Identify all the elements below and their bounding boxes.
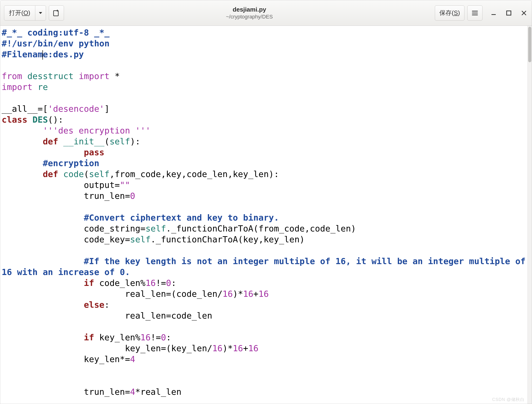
window-controls xyxy=(490,9,528,17)
headerbar-title-area: desjiami.py ~/cryptography/DES xyxy=(67,6,432,20)
chevron-down-icon[interactable] xyxy=(35,6,46,20)
scroll-thumb[interactable] xyxy=(528,27,531,62)
headerbar-left: 打开(O) xyxy=(4,6,64,21)
maximize-icon xyxy=(506,10,512,16)
hamburger-icon xyxy=(472,10,478,16)
new-tab-icon xyxy=(53,9,60,17)
minimize-icon xyxy=(491,10,497,16)
window-title: desjiami.py xyxy=(67,6,432,13)
window-subtitle: ~/cryptography/DES xyxy=(67,14,432,20)
headerbar-right: 保存(S) xyxy=(435,6,528,21)
editor-area: #_*_ coding:utf-8 _*_ #!/usr/bin/env pyt… xyxy=(0,26,532,404)
hamburger-menu-button[interactable] xyxy=(467,6,482,21)
editor-window: 打开(O) desjiami.py ~/cryptography/DES xyxy=(0,0,532,404)
svg-rect-1 xyxy=(492,14,496,15)
watermark: CSDN @储秋白 xyxy=(492,397,525,402)
open-button[interactable]: 打开(O) xyxy=(4,6,46,21)
save-button[interactable]: 保存(S) xyxy=(435,6,464,21)
minimize-button[interactable] xyxy=(490,9,498,17)
save-button-label: 保存(S) xyxy=(439,9,460,17)
open-button-label: 打开(O) xyxy=(4,6,35,20)
close-icon xyxy=(521,10,527,16)
close-button[interactable] xyxy=(520,9,528,17)
code-editor[interactable]: #_*_ coding:utf-8 _*_ #!/usr/bin/env pyt… xyxy=(0,26,527,404)
maximize-button[interactable] xyxy=(505,9,513,17)
new-tab-button[interactable] xyxy=(49,6,64,21)
vertical-scrollbar[interactable] xyxy=(527,26,532,404)
headerbar: 打开(O) desjiami.py ~/cryptography/DES xyxy=(0,0,532,26)
svg-rect-2 xyxy=(507,11,511,15)
